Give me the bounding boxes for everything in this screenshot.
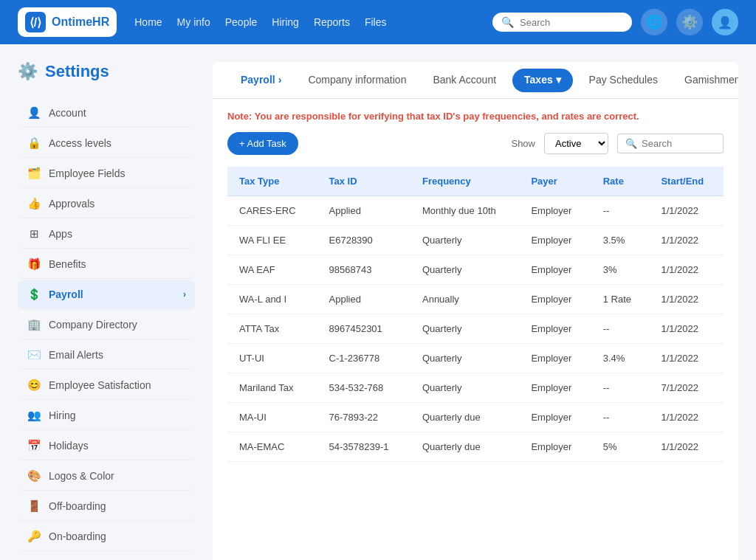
sidebar-icon-company-directory: 🏢 (27, 318, 41, 331)
cell-row6-col4: -- (591, 373, 650, 403)
sidebar-icon-account: 👤 (27, 106, 41, 120)
settings-title: ⚙️ Settings (18, 62, 195, 81)
sidebar-item-company-directory[interactable]: 🏢 Company Directory (18, 311, 195, 339)
sidebar-item-account[interactable]: 👤 Account (18, 99, 195, 128)
cell-row6-col1: 534-532-768 (317, 373, 410, 403)
cell-row0-col3: Employer (519, 196, 591, 226)
cell-row3-col5: 1/1/2022 (649, 285, 724, 314)
tab-taxes[interactable]: Taxes ▾ (512, 69, 573, 92)
table-row: ATTA Tax8967452301QuarterlyEmployer--1/1… (227, 314, 724, 344)
col-header-payer: Payer (519, 167, 591, 196)
sidebar-item-apps[interactable]: ⊞ Apps (18, 220, 195, 249)
sidebar-label-logos-color: Logos & Color (49, 470, 114, 482)
sidebar-nav: 👤 Account 🔒 Access levels 🗂️ Employee Fi… (18, 99, 195, 560)
sidebar-item-performance[interactable]: 📊 Performance (18, 553, 195, 560)
tab-pay-schedules[interactable]: Pay Schedules (576, 62, 671, 99)
sidebar-item-payroll[interactable]: 💲 Payroll › (18, 280, 195, 309)
table-search[interactable]: 🔍 (617, 134, 724, 153)
sidebar-icon-holidays: 📅 (27, 439, 41, 452)
cell-row3-col2: Annually (410, 285, 519, 314)
tab-garnishment-payments[interactable]: Gamishment Payments (671, 62, 738, 99)
cell-row5-col3: Employer (519, 344, 591, 373)
nav-reports[interactable]: Reports (314, 16, 350, 28)
sidebar-item-employee-fields[interactable]: 🗂️ Employee Fields (18, 159, 195, 188)
cell-row2-col5: 1/1/2022 (649, 255, 724, 285)
sidebar-item-email-alerts[interactable]: ✉️ Email Alerts (18, 341, 195, 370)
globe-icon[interactable]: 🌐 (641, 9, 667, 35)
cell-row8-col2: Quarterly due (410, 432, 519, 462)
user-avatar[interactable]: 👤 (712, 9, 738, 35)
sidebar-label-company-directory: Company Directory (49, 319, 137, 331)
sidebar-item-employee-satisfaction[interactable]: 😊 Employee Satisfaction (18, 371, 195, 400)
sidebar-icon-apps: ⊞ (27, 227, 41, 241)
sidebar-chevron: › (183, 289, 186, 300)
global-search[interactable]: 🔍 (492, 13, 632, 32)
cell-row8-col0: MA-EMAC (227, 432, 317, 462)
sidebar-item-logos-color[interactable]: 🎨 Logos & Color (18, 462, 195, 491)
nav-home[interactable]: Home (134, 16, 162, 28)
cell-row4-col2: Quarterly (410, 314, 519, 344)
sidebar-label-account: Account (49, 107, 86, 119)
cell-row2-col4: 3% (591, 255, 650, 285)
nav-myinfo[interactable]: My info (177, 16, 210, 28)
cell-row6-col2: Quarterly (410, 373, 519, 403)
cell-row8-col1: 54-3578239-1 (317, 432, 410, 462)
sidebar-item-access-levels[interactable]: 🔒 Access levels (18, 129, 195, 158)
sidebar-item-hiring[interactable]: 👥 Hiring (18, 401, 195, 430)
tab-payroll[interactable]: Payroll › (227, 62, 295, 99)
sidebar-label-apps: Apps (49, 228, 72, 240)
sidebar-label-employee-satisfaction: Employee Satisfaction (49, 379, 151, 391)
col-header-start-end: Start/End (649, 167, 724, 196)
search-input[interactable] (520, 17, 623, 28)
cell-row4-col0: ATTA Tax (227, 314, 317, 344)
sidebar-icon-approvals: 👍 (27, 197, 41, 210)
cell-row2-col2: Quarterly (410, 255, 519, 285)
cell-row4-col1: 8967452301 (317, 314, 410, 344)
tax-table: Tax TypeTax IDFrequencyPayerRateStart/En… (227, 167, 724, 462)
settings-icon[interactable]: ⚙️ (676, 9, 703, 35)
sidebar-item-on-boarding[interactable]: 🔑 On-boarding (18, 522, 195, 551)
table-body: CARES-ERCAppliedMonthly due 10thEmployer… (227, 196, 724, 462)
sidebar-label-hiring: Hiring (49, 409, 76, 421)
tab-bank-account[interactable]: Bank Account (419, 62, 509, 99)
table-row: WA EAF98568743QuarterlyEmployer3%1/1/202… (227, 255, 724, 285)
sidebar-item-approvals[interactable]: 👍 Approvals (18, 190, 195, 218)
cell-row5-col0: UT-UI (227, 344, 317, 373)
sidebar-label-approvals: Approvals (49, 198, 94, 210)
table-row: CARES-ERCAppliedMonthly due 10thEmployer… (227, 196, 724, 226)
table-row: UT-UIC-1-236778QuarterlyEmployer3.4%1/1/… (227, 344, 724, 373)
cell-row1-col3: Employer (519, 226, 591, 255)
toolbar: + Add Task Show ActiveInactiveAll 🔍 (227, 132, 724, 155)
sidebar-item-off-boarding[interactable]: 🚪 Off-boarding (18, 492, 195, 521)
sidebar-icon-email-alerts: ✉️ (27, 348, 41, 362)
cell-row3-col4: 1 Rate (591, 285, 650, 314)
sidebar-label-off-boarding: Off-boarding (49, 500, 106, 512)
col-header-tax-type: Tax Type (227, 167, 317, 196)
sidebar-icon-hiring: 👥 (27, 409, 41, 422)
cell-row2-col0: WA EAF (227, 255, 317, 285)
sidebar-icon-logos-color: 🎨 (27, 469, 41, 483)
add-task-button[interactable]: + Add Task (227, 132, 298, 155)
content-area: Note: You are responsible for verifying … (213, 99, 738, 474)
cell-row8-col3: Employer (519, 432, 591, 462)
cell-row5-col2: Quarterly (410, 344, 519, 373)
table-search-input[interactable] (642, 138, 715, 149)
sidebar-item-benefits[interactable]: 🎁 Benefits (18, 250, 195, 279)
cell-row8-col4: 5% (591, 432, 650, 462)
search-icon: 🔍 (501, 16, 514, 28)
sidebar-item-holidays[interactable]: 📅 Holidays (18, 432, 195, 460)
show-label: Show (511, 138, 535, 149)
cell-row1-col2: Quarterly (410, 226, 519, 255)
logo[interactable]: ⟨/⟩ OntimeHR (18, 7, 117, 37)
sidebar-icon-on-boarding: 🔑 (27, 530, 41, 543)
nav-people[interactable]: People (225, 16, 258, 28)
nav-hiring[interactable]: Hiring (272, 16, 299, 28)
sidebar-label-email-alerts: Email Alerts (49, 349, 103, 361)
nav-links: Home My info People Hiring Reports Files (134, 16, 475, 28)
show-select[interactable]: ActiveInactiveAll (544, 133, 608, 154)
cell-row8-col5: 1/1/2022 (649, 432, 724, 462)
nav-files[interactable]: Files (365, 16, 387, 28)
cell-row0-col0: CARES-ERC (227, 196, 317, 226)
cell-row0-col4: -- (591, 196, 650, 226)
tab-company-information[interactable]: Company information (295, 62, 419, 99)
